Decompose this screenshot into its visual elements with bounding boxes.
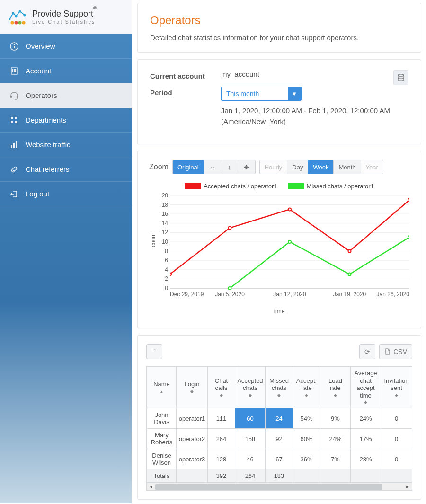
info-icon	[9, 42, 19, 51]
column-header[interactable]: Name▴	[147, 367, 177, 408]
svg-rect-18	[15, 70, 16, 71]
zoom-day-button[interactable]: Day	[287, 160, 308, 174]
table-card: ˄ ⟳ CSV Name▴Login◆Chatcalls◆Acceptedcha…	[137, 335, 421, 500]
nav-item-traffic[interactable]: Website traffic	[0, 133, 132, 157]
link-icon	[9, 165, 19, 174]
table-row[interactable]: MaryRobertsoperator22641589260%24%17%0	[147, 429, 412, 449]
zoom-week-button[interactable]: Week	[308, 160, 334, 174]
collapse-button[interactable]: ˄	[146, 344, 162, 359]
svg-rect-29	[13, 143, 15, 148]
zoom-interval-group: Hourly Day Week Month Year	[259, 160, 383, 174]
legend-item-missed[interactable]: Missed chats / operator1	[288, 183, 374, 190]
data-source-button[interactable]	[393, 70, 408, 85]
svg-rect-14	[14, 69, 15, 70]
svg-rect-19	[12, 71, 13, 72]
svg-point-2	[15, 15, 18, 17]
page-subtitle: Detailed chat statistics information for…	[150, 34, 408, 42]
column-header[interactable]: Accept.rate◆	[293, 367, 320, 408]
zoom-vertical-button[interactable]: ↕	[221, 160, 238, 174]
sidebar: Provide Support® Live Chat Statistics Ov…	[0, 0, 132, 503]
chart: count 02468101214161820 Dec 29, 2019Jan …	[149, 193, 409, 316]
svg-point-50	[229, 287, 231, 290]
chart-plot-area	[170, 193, 409, 297]
table-totals-row: Totals392264183	[147, 469, 412, 483]
headset-icon	[9, 91, 19, 100]
zoom-both-button[interactable]: ✥	[238, 160, 255, 174]
chart-xlabel: time	[274, 308, 285, 315]
nav-item-referrers[interactable]: Chat referrers	[0, 157, 132, 182]
refresh-icon: ⟳	[364, 348, 370, 355]
table-row[interactable]: JohnDavisoperator1111602454%9%24%0	[147, 408, 412, 429]
export-csv-button[interactable]: CSV	[379, 344, 412, 359]
period-label: Period	[150, 87, 221, 97]
svg-rect-27	[15, 121, 17, 123]
svg-point-49	[408, 199, 409, 202]
chart-card: Zoom Original ↔ ↕ ✥ Hourly Day Week Mont…	[137, 151, 421, 328]
column-header[interactable]: Login◆	[177, 367, 208, 408]
svg-rect-20	[14, 71, 15, 72]
svg-point-51	[288, 240, 291, 243]
zoom-horizontal-button[interactable]: ↔	[204, 160, 221, 174]
svg-rect-13	[12, 69, 13, 70]
nav-item-overview[interactable]: Overview	[0, 34, 132, 59]
brand-logo-icon	[9, 9, 27, 26]
legend-item-accepted[interactable]: Accepted chats / operator1	[185, 183, 277, 190]
svg-rect-21	[15, 71, 16, 72]
arrows-move-icon: ✥	[244, 164, 249, 171]
period-range: Jan 1, 2020, 12:00:00 AM - Feb 1, 2020, …	[221, 106, 408, 127]
zoom-month-button[interactable]: Month	[334, 160, 361, 174]
zoom-original-button[interactable]: Original	[173, 160, 204, 174]
zoom-label: Zoom	[149, 163, 169, 171]
svg-point-6	[15, 21, 18, 24]
legend-swatch-red	[185, 183, 201, 189]
svg-point-10	[14, 44, 15, 45]
svg-rect-30	[16, 141, 17, 148]
svg-point-52	[348, 273, 351, 276]
svg-point-8	[22, 21, 26, 24]
column-header[interactable]: Chatcalls◆	[208, 367, 235, 408]
svg-point-46	[229, 227, 231, 230]
main-content: Operators Detailed chat statistics infor…	[137, 3, 421, 504]
svg-rect-17	[14, 70, 15, 71]
table-row[interactable]: DeniseWilsonoperator3128466736%7%28%0	[147, 449, 412, 469]
column-header[interactable]: Missedchats◆	[266, 367, 293, 408]
scroll-right-icon: ►	[404, 484, 411, 490]
caret-down-icon: ▾	[288, 87, 301, 101]
database-icon	[397, 74, 405, 81]
svg-rect-16	[12, 70, 13, 71]
svg-point-45	[170, 273, 171, 276]
svg-point-4	[24, 14, 26, 16]
svg-point-47	[288, 208, 291, 211]
svg-point-48	[348, 250, 351, 253]
nav-item-operators[interactable]: Operators	[0, 83, 132, 108]
file-icon	[384, 348, 391, 355]
svg-rect-11	[14, 46, 15, 48]
chart-legend: Accepted chats / operator1 Missed chats …	[149, 183, 409, 190]
account-value: my_account	[221, 70, 393, 78]
page-header-card: Operators Detailed chat statistics infor…	[137, 3, 421, 53]
nav-item-account[interactable]: Account	[0, 59, 132, 83]
zoom-mode-group: Original ↔ ↕ ✥	[172, 160, 256, 174]
refresh-button[interactable]: ⟳	[359, 344, 375, 359]
column-header[interactable]: Averagechat accept time◆	[351, 367, 381, 408]
period-select[interactable]: This month ▾	[221, 87, 302, 101]
account-label: Current account	[150, 70, 221, 80]
brand-tagline: Live Chat Statistics	[32, 19, 97, 25]
svg-rect-28	[11, 145, 12, 148]
svg-rect-23	[17, 96, 18, 98]
column-header[interactable]: Invitationsent◆	[381, 367, 412, 408]
svg-point-3	[19, 10, 21, 12]
brand-name: Provide Support®	[32, 9, 97, 19]
zoom-year-button: Year	[361, 160, 383, 174]
scrollbar-thumb[interactable]	[155, 484, 382, 490]
logout-icon	[9, 189, 19, 199]
column-header[interactable]: Loadrate◆	[320, 367, 351, 408]
nav-item-departments[interactable]: Departments	[0, 108, 132, 133]
svg-rect-25	[15, 117, 17, 119]
table-horizontal-scrollbar[interactable]: ◄ ►	[146, 483, 412, 491]
scroll-left-icon: ◄	[148, 484, 154, 490]
column-header[interactable]: Acceptedchats◆	[235, 367, 266, 408]
arrows-horizontal-icon: ↔	[209, 164, 215, 171]
nav-item-logout[interactable]: Log out	[0, 182, 132, 206]
operators-table: Name▴Login◆Chatcalls◆Acceptedchats◆Misse…	[147, 366, 412, 483]
